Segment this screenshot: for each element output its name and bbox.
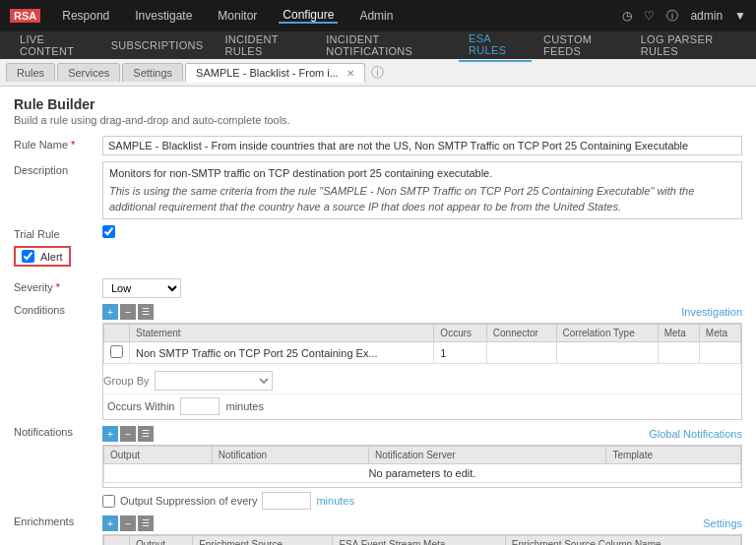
rsa-box: RSA (10, 9, 40, 23)
conditions-table: Statement Occurs Connector Correlation T… (103, 324, 741, 364)
nav-configure[interactable]: Configure (279, 8, 338, 24)
conditions-row-meta1 (658, 342, 699, 364)
rulename-label: Rule Name (14, 136, 102, 151)
nav-right: ◷ ♡ ⓘ admin ▼ (622, 8, 746, 25)
page-subtitle: Build a rule using drag-and-drop and aut… (14, 114, 742, 126)
conditions-col-occurs: Occurs (434, 325, 486, 342)
notifications-add-btn[interactable]: + (102, 426, 118, 442)
enrich-col-check (104, 536, 130, 545)
trialrule-value (102, 225, 742, 240)
conditions-col-meta1: Meta (658, 325, 699, 342)
notif-col-template: Template (606, 447, 741, 464)
conditions-add-btn[interactable]: + (102, 304, 118, 320)
rulename-row: Rule Name (14, 136, 742, 155)
conditions-row-checkbox[interactable] (110, 345, 123, 358)
conditions-col-statement: Statement (130, 325, 434, 342)
user-chevron-icon[interactable]: ▼ (734, 9, 746, 23)
notif-col-output: Output (104, 447, 213, 464)
occurs-within-row: Occurs Within minutes (103, 394, 741, 419)
secnav-incident-notifications[interactable]: INCIDENT NOTIFICATIONS (316, 30, 457, 61)
conditions-remove-btn[interactable]: − (120, 304, 136, 320)
output-suppress-label: Output Suppression of every (120, 495, 257, 507)
enrich-col-source: Enrichment Source (193, 536, 333, 545)
output-suppress-checkbox[interactable] (102, 495, 115, 508)
enrichments-settings-link[interactable]: Settings (703, 517, 742, 529)
secnav-log-parser-rules[interactable]: LOG PARSER RULES (631, 30, 746, 61)
secnav-incident-rules[interactable]: INCIDENT RULES (215, 30, 314, 61)
conditions-config-btn[interactable]: ☰ (138, 304, 154, 320)
group-by-select[interactable] (155, 371, 273, 391)
severity-select[interactable]: Low Medium High Critical (102, 278, 181, 298)
nav-respond[interactable]: Respond (58, 9, 113, 23)
secondary-navigation: LIVE CONTENT SUBSCRIPTIONS INCIDENT RULE… (0, 31, 756, 59)
nav-monitor[interactable]: Monitor (214, 9, 261, 23)
output-suppress-row: Output Suppression of every minutes (102, 492, 742, 510)
bell-icon[interactable]: ♡ (644, 9, 655, 23)
enrichments-config-btn[interactable]: ☰ (138, 515, 154, 531)
tab-info-icon: ⓘ (371, 64, 384, 82)
tab-sample-blacklist[interactable]: SAMPLE - Blacklist - From i... ✕ (185, 63, 365, 83)
conditions-row-occurs: 1 (434, 342, 486, 364)
occurs-within-label: Occurs Within (107, 400, 174, 412)
alert-box: Alert (14, 246, 71, 267)
enrichments-toolbar: + − ☰ Settings (102, 515, 742, 531)
tab-services[interactable]: Services (57, 63, 120, 82)
notifications-table-container: Output Notification Notification Server … (102, 445, 742, 488)
conditions-table-container: Statement Occurs Connector Correlation T… (102, 323, 742, 420)
conditions-row-statement: Non SMTP Traffic on TCP Port 25 Containi… (130, 342, 434, 364)
conditions-body: + − ☰ Investigation Statement Occurs Con… (102, 304, 742, 420)
minutes-label: minutes (225, 400, 264, 412)
minutes-link[interactable]: minutes (316, 495, 354, 507)
alert-container: Alert (14, 246, 742, 272)
conditions-toolbar: + − ☰ Investigation (102, 304, 742, 320)
severity-value: Low Medium High Critical (102, 278, 742, 298)
tab-close-icon[interactable]: ✕ (346, 68, 354, 79)
alert-label: Alert (40, 251, 63, 263)
trialrule-checkbox[interactable] (102, 225, 115, 238)
output-suppress-input[interactable] (262, 492, 311, 510)
description-label: Description (14, 161, 102, 176)
enrichments-table-container: Output Enrichment Source ESA Event Strea… (102, 534, 742, 545)
tab-settings[interactable]: Settings (122, 63, 183, 82)
enrichments-table: Output Enrichment Source ESA Event Strea… (103, 535, 741, 545)
notifications-table: Output Notification Notification Server … (103, 446, 741, 483)
enrich-col-colname: Enrichment Source Column Name (505, 536, 740, 545)
description-value: Monitors for non-SMTP traffic on TCP des… (102, 161, 742, 219)
main-content: Rule Builder Build a rule using drag-and… (0, 87, 756, 545)
enrichments-label: Enrichments (14, 515, 102, 527)
rulename-input[interactable] (102, 136, 742, 155)
enrichments-body: + − ☰ Settings Output Enrichment Source … (102, 515, 742, 545)
notifications-section: Notifications + − ☰ Global Notifications… (14, 426, 742, 510)
conditions-col-check (104, 325, 130, 342)
enrichments-add-btn[interactable]: + (102, 515, 118, 531)
group-by-label: Group By (103, 375, 149, 387)
secnav-live-content[interactable]: LIVE CONTENT (10, 30, 99, 61)
enrichments-section: Enrichments + − ☰ Settings Output Enrich… (14, 515, 742, 545)
description-note: This is using the same criteria from the… (109, 184, 735, 214)
notifications-global-link[interactable]: Global Notifications (649, 428, 742, 440)
conditions-col-connector: Connector (486, 325, 556, 342)
nav-admin[interactable]: Admin (355, 9, 397, 23)
trialrule-row: Trial Rule (14, 225, 742, 240)
clock-icon[interactable]: ◷ (622, 9, 632, 23)
top-navigation: RSA Respond Investigate Monitor Configur… (0, 0, 756, 31)
conditions-col-meta2: Meta (699, 325, 740, 342)
notif-col-notification: Notification (212, 447, 368, 464)
alert-checkbox[interactable] (22, 250, 34, 263)
nav-investigate[interactable]: Investigate (131, 9, 196, 23)
tab-rules[interactable]: Rules (6, 63, 55, 82)
secnav-subscriptions[interactable]: SUBSCRIPTIONS (101, 35, 214, 55)
occurs-within-input[interactable] (180, 397, 220, 415)
notifications-config-btn[interactable]: ☰ (138, 426, 154, 442)
enrichments-remove-btn[interactable]: − (120, 515, 136, 531)
secnav-custom-feeds[interactable]: CUSTOM FEEDS (534, 30, 629, 61)
conditions-investigation-link[interactable]: Investigation (681, 306, 742, 318)
severity-label: Severity (14, 278, 102, 293)
enrich-col-output: Output (130, 536, 193, 545)
page-title: Rule Builder (14, 96, 742, 112)
description-row: Description Monitors for non-SMTP traffi… (14, 161, 742, 219)
help-icon[interactable]: ⓘ (666, 8, 678, 25)
notifications-remove-btn[interactable]: − (120, 426, 136, 442)
tab-bar: Rules Services Settings SAMPLE - Blackli… (0, 59, 756, 87)
secnav-esa-rules[interactable]: ESA RULES (459, 29, 532, 62)
